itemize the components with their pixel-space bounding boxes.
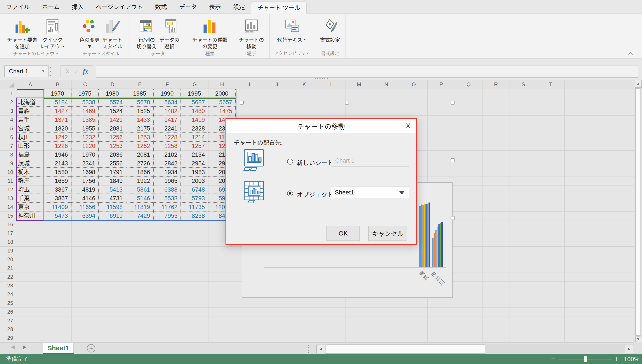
row-header-8[interactable]: 8 [0,150,17,159]
row-header-24[interactable]: 24 [0,290,17,299]
table-cell[interactable]: 宮城 [17,124,44,133]
table-cell[interactable]: 1214 [181,133,208,142]
close-icon[interactable]: X [406,122,410,130]
chart-resize-handle[interactable] [240,100,244,104]
table-cell[interactable]: 1419 [181,116,208,124]
dialog-titlebar[interactable]: チャートの移動 X [226,119,416,133]
table-cell[interactable]: 1820 [44,124,71,133]
row-header-4[interactable]: 4 [0,116,17,124]
bar-神奈川-1985[interactable] [437,227,438,267]
scroll-right-icon[interactable]: ▶ [625,344,633,353]
bar-東京-1975[interactable] [421,204,422,267]
table-cell[interactable]: 6919 [99,212,126,220]
table-cell[interactable]: 4731 [99,194,126,203]
table-cell[interactable]: 1995 [181,89,208,98]
column-header-R[interactable]: R [482,80,510,89]
bar-東京-1970[interactable] [419,206,421,267]
table-cell[interactable]: 1253 [99,142,126,150]
table-cell[interactable]: 1253 [126,133,153,142]
table-cell[interactable]: 1480 [181,107,208,116]
table-cell[interactable]: 5687 [181,98,208,107]
table-cell[interactable]: 1983 [181,168,208,176]
column-header-B[interactable]: B [44,80,71,89]
table-cell[interactable]: 11735 [181,203,208,212]
column-header-S[interactable]: S [510,80,537,89]
column-header-D[interactable]: D [99,80,126,89]
menu-tab-item[interactable]: ページレイアウト [90,0,149,13]
menu-tab-item[interactable]: 設定 [227,0,251,13]
column-header-K[interactable]: K [291,80,318,89]
menu-tab-item[interactable]: 表示 [203,0,227,13]
table-cell[interactable]: 2143 [44,159,71,168]
table-cell[interactable]: 5146 [126,194,153,203]
table-cell[interactable]: 1433 [126,116,153,124]
table-cell[interactable]: 5634 [154,98,181,107]
chart-resize-handle[interactable] [451,216,455,220]
column-header-T[interactable]: T [537,80,564,89]
table-cell[interactable]: 1849 [99,176,126,185]
table-cell[interactable]: 11598 [99,203,126,212]
row-header-10[interactable]: 10 [0,168,17,176]
table-cell[interactable]: 1256 [99,133,126,142]
table-cell[interactable]: 1970 [71,150,99,159]
table-cell[interactable]: 1866 [126,168,153,176]
table-cell[interactable]: 千葉 [17,194,44,203]
menu-tab-item[interactable]: データ [173,0,203,13]
table-cell[interactable]: 秋田 [17,133,44,142]
bar-神奈川-2000[interactable] [442,222,443,267]
column-header-A[interactable]: A [17,80,44,89]
table-cell[interactable]: 1980 [99,89,126,98]
menu-tab-chart-tools[interactable]: チャート ツール [251,1,307,14]
table-cell[interactable]: 6394 [71,212,99,220]
bar-神奈川-1975[interactable] [434,233,435,267]
prev-sheet-icon[interactable]: ◀ [11,344,15,350]
table-cell[interactable]: 福島 [17,150,44,159]
table-cell[interactable]: 2036 [99,150,126,159]
table-cell[interactable]: 7955 [154,212,181,220]
table-cell[interactable]: 4146 [71,194,99,203]
bar-東京-1980[interactable] [422,205,424,267]
cancel-entry-icon[interactable]: X [66,68,70,75]
ribbon-button[interactable]: 色の変更 ▼ [78,16,101,51]
formula-input[interactable] [96,65,638,78]
table-cell[interactable]: 2102 [154,150,181,159]
column-header-F[interactable]: F [154,80,181,89]
table-cell[interactable]: 1791 [99,168,126,176]
menu-tab-item[interactable]: ファイル [0,0,36,13]
sheet-tab-sheet1[interactable]: Sheet1 [43,343,74,353]
bar-東京-1995[interactable] [427,204,428,267]
table-cell[interactable]: 11819 [126,203,153,212]
ribbon-button[interactable]: クイック レイアウト [39,16,66,51]
cancel-button[interactable]: キャンセル [368,226,407,241]
table-cell[interactable]: 1698 [71,168,99,176]
enter-entry-icon[interactable]: ✓ [74,68,79,75]
table-cell[interactable]: 1524 [99,107,126,116]
column-header-O[interactable]: O [400,80,427,89]
table-cell[interactable]: 1257 [181,142,208,150]
row-header-29[interactable]: 29 [0,334,17,342]
row-header-1[interactable]: 1 [0,89,17,98]
column-header-M[interactable]: M [345,80,373,89]
add-sheet-icon[interactable]: + [87,344,95,352]
chart-resize-handle[interactable] [451,158,455,162]
object-sheet-select[interactable]: Sheet1 [331,186,409,198]
table-cell[interactable]: 1226 [44,142,71,150]
table-cell[interactable]: 群馬 [17,176,44,185]
row-header-18[interactable]: 18 [0,238,17,246]
table-cell[interactable]: 北海道 [17,98,44,107]
table-cell[interactable]: 1955 [71,124,99,133]
table-cell[interactable]: 青森 [17,107,44,116]
table-cell[interactable]: 1371 [44,116,71,124]
table-cell[interactable]: 5657 [208,98,236,107]
table-cell[interactable]: 1232 [71,133,99,142]
table-cell[interactable]: 山形 [17,142,44,150]
table-cell[interactable]: 5793 [181,194,208,203]
table-cell[interactable]: 8238 [181,212,208,220]
ribbon-button[interactable]: チャート スタイル [101,16,124,51]
chart-resize-handle[interactable] [345,100,349,104]
chevron-down-icon[interactable] [399,191,405,194]
table-cell[interactable]: 5861 [126,185,153,194]
column-header-J[interactable]: J [263,80,290,89]
table-cell[interactable]: 11409 [44,203,71,212]
row-header-25[interactable]: 25 [0,299,17,308]
